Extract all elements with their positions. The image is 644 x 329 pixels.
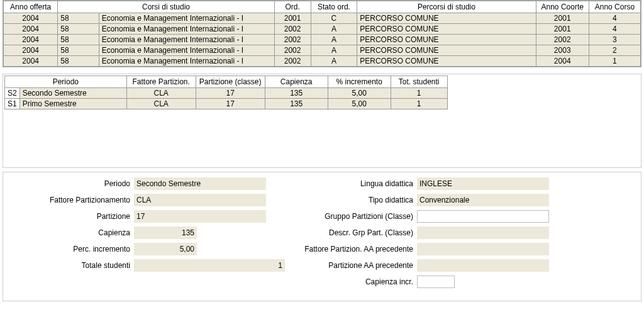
cell-anno-corso[interactable]: 4	[589, 24, 640, 35]
value-lingua-didattica: INGLESE	[417, 177, 549, 190]
cell-tot-studenti[interactable]: 1	[391, 88, 447, 99]
cell-tot-studenti[interactable]: 1	[391, 99, 447, 109]
cell-codice[interactable]: 58	[58, 45, 99, 56]
cell-anno-coorte[interactable]: 2001	[536, 24, 589, 35]
value-capienza: 135	[134, 226, 197, 239]
value-partizione-aa-prec	[417, 259, 549, 272]
col-tot-studenti[interactable]: Tot. studenti	[391, 76, 447, 88]
col-percorsi-studio[interactable]: Percorsi di studio	[357, 1, 536, 13]
cell-anno-offerta[interactable]: 2004	[4, 13, 58, 24]
cell-stato[interactable]: A	[311, 35, 357, 45]
cell-stato[interactable]: A	[311, 56, 357, 67]
cell-capienza[interactable]: 135	[265, 99, 328, 109]
cell-incremento[interactable]: 5,00	[328, 88, 391, 99]
label-fattore-partizion-aa-prec: Fattore Partizion. AA precedente	[291, 245, 417, 254]
cell-periodo-code[interactable]: S1	[5, 99, 20, 109]
cell-fattore[interactable]: CLA	[126, 88, 196, 99]
col-partizione-classe[interactable]: Partizione (classe)	[196, 76, 265, 88]
cell-stato[interactable]: A	[311, 24, 357, 35]
table-row[interactable]: 200458Economia e Management Internaziona…	[4, 13, 641, 24]
label-totale-studenti: Totale studenti	[8, 261, 134, 270]
cell-partizione[interactable]: 17	[196, 88, 265, 99]
cell-titolo[interactable]: Economia e Management Internazionali - I	[99, 45, 274, 56]
table-row[interactable]: 200458Economia e Management Internaziona…	[4, 35, 641, 45]
value-descr-grp-part-classe	[417, 226, 549, 239]
table-row[interactable]: S2Secondo SemestreCLA171355,001	[5, 88, 448, 99]
cell-incremento[interactable]: 5,00	[328, 99, 391, 109]
cell-periodo[interactable]: Primo Semestre	[19, 99, 126, 109]
cell-anno-offerta[interactable]: 2004	[4, 24, 58, 35]
cell-percorso[interactable]: PERCORSO COMUNE	[357, 24, 536, 35]
cell-codice[interactable]: 58	[58, 56, 99, 67]
label-periodo: Periodo	[8, 179, 134, 188]
cell-anno-coorte[interactable]: 2002	[536, 35, 589, 45]
cell-capienza[interactable]: 135	[265, 88, 328, 99]
col-ord[interactable]: Ord.	[274, 1, 311, 13]
cell-codice[interactable]: 58	[58, 13, 99, 24]
value-periodo: Secondo Semestre	[134, 177, 266, 190]
col-anno-corso[interactable]: Anno Corso	[589, 1, 640, 13]
cell-partizione[interactable]: 17	[196, 99, 265, 109]
cell-ord[interactable]: 2002	[274, 35, 311, 45]
cell-percorso[interactable]: PERCORSO COMUNE	[357, 56, 536, 67]
cell-stato[interactable]: A	[311, 45, 357, 56]
cell-titolo[interactable]: Economia e Management Internazionali - I	[99, 56, 274, 67]
col-anno-offerta[interactable]: Anno offerta	[4, 1, 58, 13]
cell-periodo[interactable]: Secondo Semestre	[19, 88, 126, 99]
cell-anno-coorte[interactable]: 2003	[536, 45, 589, 56]
partizioni-table-container: Periodo Fattore Partizion. Partizione (c…	[3, 74, 641, 168]
col-stato-ord[interactable]: Stato ord.	[311, 1, 357, 13]
cell-anno-offerta[interactable]: 2004	[4, 45, 58, 56]
cell-anno-coorte[interactable]: 2001	[536, 13, 589, 24]
table-row[interactable]: S1Primo SemestreCLA171355,001	[5, 99, 448, 109]
cell-anno-coorte[interactable]: 2004	[536, 56, 589, 67]
value-tipo-didattica: Convenzionale	[417, 194, 549, 206]
table-row[interactable]: 200458Economia e Management Internaziona…	[4, 45, 641, 56]
cell-codice[interactable]: 58	[58, 35, 99, 45]
cell-ord[interactable]: 2002	[274, 45, 311, 56]
cell-titolo[interactable]: Economia e Management Internazionali - I	[99, 24, 274, 35]
cell-anno-corso[interactable]: 1	[589, 56, 640, 67]
cell-percorso[interactable]: PERCORSO COMUNE	[357, 13, 536, 24]
corsi-header-row: Anno offerta Corsi di studio Ord. Stato …	[4, 1, 641, 13]
cell-anno-corso[interactable]: 3	[589, 35, 640, 45]
input-capienza-incr[interactable]	[417, 276, 455, 288]
label-tipo-didattica: Tipo didattica	[291, 196, 417, 204]
partizioni-header-row: Periodo Fattore Partizion. Partizione (c…	[5, 76, 448, 88]
cell-codice[interactable]: 58	[58, 24, 99, 35]
col-fattore-partizion[interactable]: Fattore Partizion.	[126, 76, 196, 88]
partizioni-table[interactable]: Periodo Fattore Partizion. Partizione (c…	[4, 75, 448, 109]
cell-ord[interactable]: 2001	[274, 13, 311, 24]
value-partizione: 17	[134, 210, 266, 223]
cell-anno-corso[interactable]: 2	[589, 45, 640, 56]
label-capienza-incr: Capienza incr.	[291, 277, 417, 286]
col-anno-coorte[interactable]: Anno Coorte	[536, 1, 589, 13]
value-totale-studenti: 1	[134, 259, 285, 272]
label-partizione-aa-prec: Partizione AA precedente	[291, 261, 417, 270]
label-fattore-partizionamento: Fattore Partizionamento	[8, 196, 134, 204]
col-corsi-studio[interactable]: Corsi di studio	[58, 1, 274, 13]
label-lingua-didattica: Lingua didattica	[291, 179, 417, 188]
label-capienza: Capienza	[8, 228, 134, 237]
cell-ord[interactable]: 2002	[274, 56, 311, 67]
cell-anno-offerta[interactable]: 2004	[4, 35, 58, 45]
cell-anno-offerta[interactable]: 2004	[4, 56, 58, 67]
col-incremento[interactable]: % incremento	[328, 76, 391, 88]
col-periodo[interactable]: Periodo	[5, 76, 127, 88]
corsi-table[interactable]: Anno offerta Corsi di studio Ord. Stato …	[3, 1, 641, 67]
cell-percorso[interactable]: PERCORSO COMUNE	[357, 35, 536, 45]
cell-titolo[interactable]: Economia e Management Internazionali - I	[99, 35, 274, 45]
cell-titolo[interactable]: Economia e Management Internazionali - I	[99, 13, 274, 24]
table-row[interactable]: 200458Economia e Management Internaziona…	[4, 56, 641, 67]
cell-percorso[interactable]: PERCORSO COMUNE	[357, 45, 536, 56]
cell-ord[interactable]: 2002	[274, 24, 311, 35]
col-capienza[interactable]: Capienza	[265, 76, 328, 88]
cell-stato[interactable]: C	[311, 13, 357, 24]
table-row[interactable]: 200458Economia e Management Internaziona…	[4, 24, 641, 35]
value-perc-incremento: 5,00	[134, 243, 197, 255]
cell-periodo-code[interactable]: S2	[5, 88, 20, 99]
cell-anno-corso[interactable]: 4	[589, 13, 640, 24]
label-partizione: Partizione	[8, 212, 134, 221]
cell-fattore[interactable]: CLA	[126, 99, 196, 109]
input-gruppo-partizioni-classe[interactable]	[417, 210, 549, 223]
